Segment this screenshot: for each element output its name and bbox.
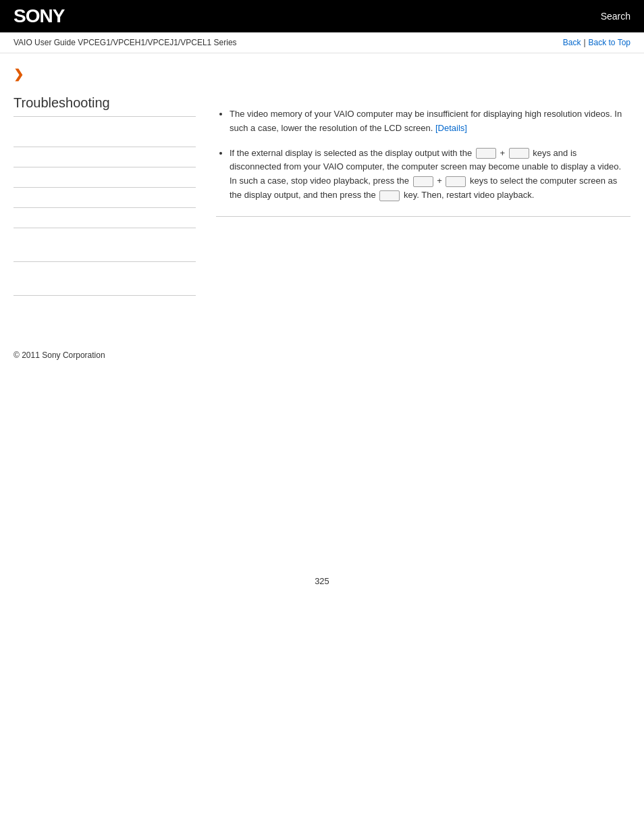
key-placeholder-4 — [446, 176, 466, 187]
sidebar-spacer — [14, 228, 196, 242]
key-placeholder-1 — [476, 148, 496, 159]
section-title: Troubleshooting — [14, 95, 196, 117]
breadcrumb-bar: VAIO User Guide VPCEG1/VPCEH1/VPCEJ1/VPC… — [0, 32, 644, 53]
sidebar-item[interactable] — [14, 147, 196, 167]
list-item-1: The video memory of your VAIO computer m… — [230, 107, 630, 136]
content-area: The video memory of your VAIO computer m… — [216, 67, 630, 296]
main-content: ❯ Troubleshooting The video memory of yo… — [0, 53, 644, 309]
content-divider — [216, 216, 630, 217]
page-number: 325 — [0, 563, 644, 600]
bullet1-text: The video memory of your VAIO computer m… — [230, 109, 622, 133]
guide-title: VAIO User Guide VPCEG1/VPCEH1/VPCEJ1/VPC… — [14, 38, 237, 47]
key-placeholder-5 — [379, 190, 400, 201]
bullet2-text3: In such a case, stop video playback, pre… — [230, 176, 409, 186]
footer: © 2011 Sony Corporation — [0, 336, 644, 373]
details-link[interactable]: [Details] — [435, 123, 467, 133]
key-placeholder-2 — [509, 148, 529, 159]
sidebar-item[interactable] — [14, 276, 196, 296]
header: SONY Search — [0, 0, 644, 32]
back-to-top-link[interactable]: Back to Top — [589, 38, 630, 47]
sidebar-spacer — [14, 262, 196, 276]
sidebar-item[interactable] — [14, 208, 196, 228]
sidebar-item[interactable] — [14, 167, 196, 188]
sidebar-item[interactable] — [14, 242, 196, 262]
copyright-text: © 2011 Sony Corporation — [14, 350, 105, 360]
bullet2-plus2: + — [437, 176, 442, 186]
key-placeholder-3 — [413, 176, 433, 187]
content-list: The video memory of your VAIO computer m… — [216, 107, 630, 203]
bullet2-text1: If the external display is selected as t… — [230, 148, 472, 158]
sony-logo: SONY — [14, 5, 64, 27]
nav-links: Back | Back to Top — [563, 38, 630, 47]
search-button[interactable]: Search — [601, 11, 630, 22]
bullet2-text5: key. Then, restart video playback. — [404, 190, 534, 200]
sidebar-item[interactable] — [14, 188, 196, 208]
list-item-2: If the external display is selected as t… — [230, 147, 630, 203]
sidebar: ❯ Troubleshooting — [14, 67, 196, 296]
back-link[interactable]: Back — [563, 38, 581, 47]
sidebar-item[interactable] — [14, 127, 196, 147]
bullet2-plus1: + — [500, 148, 505, 158]
nav-separator: | — [583, 38, 585, 47]
chevron-icon: ❯ — [14, 67, 196, 82]
